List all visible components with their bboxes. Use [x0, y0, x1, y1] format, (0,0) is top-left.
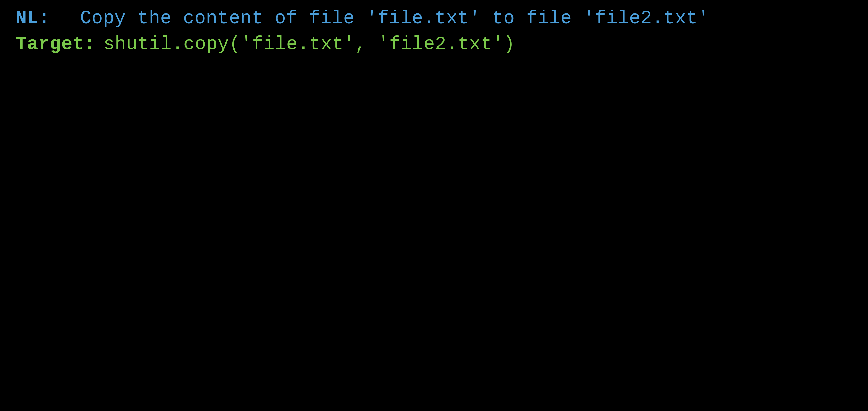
nl-label: NL: — [16, 8, 72, 29]
target-line: Target: shutil.copy('file.txt', 'file2.t… — [16, 34, 852, 55]
nl-line: NL: Copy the content of file 'file.txt' … — [16, 8, 852, 29]
main-content: NL: Copy the content of file 'file.txt' … — [0, 0, 868, 65]
target-label: Target: — [16, 34, 95, 55]
target-value: shutil.copy('file.txt', 'file2.txt') — [103, 34, 515, 55]
nl-value: Copy the content of file 'file.txt' to f… — [80, 8, 709, 29]
